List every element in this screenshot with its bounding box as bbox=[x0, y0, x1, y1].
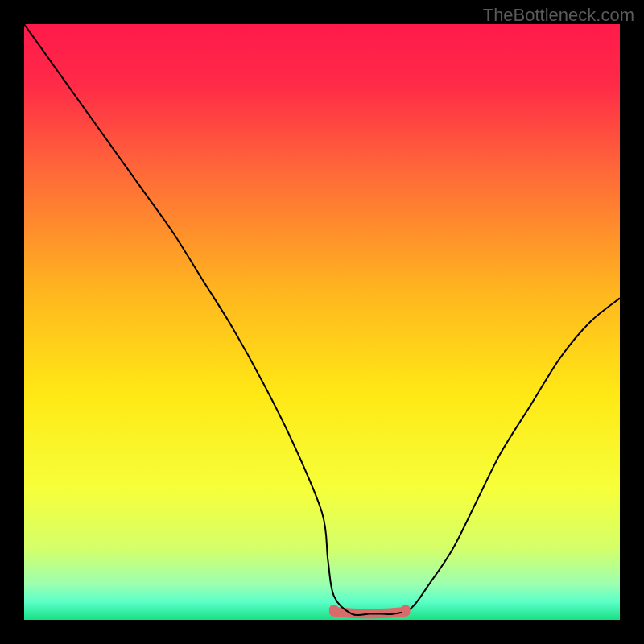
flat-region-dot-left bbox=[329, 605, 339, 614]
curve-layer bbox=[24, 24, 620, 620]
watermark-text: TheBottleneck.com bbox=[483, 5, 634, 26]
flat-region-dot-right bbox=[401, 605, 411, 614]
plot-area bbox=[24, 24, 620, 620]
bottleneck-curve bbox=[24, 24, 620, 615]
